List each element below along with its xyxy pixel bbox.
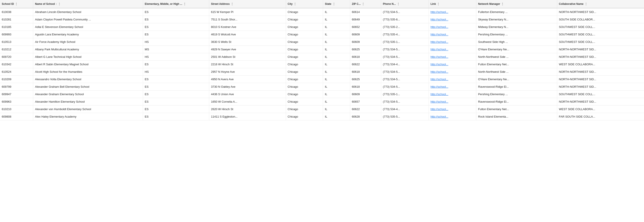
cell-link[interactable]: http://school... [428,113,476,120]
cell-city: Chicago [286,68,323,76]
cell-type: ES [143,90,209,98]
column-menu-zip[interactable]: ⋮ [362,2,365,6]
cell-phone: (773) 535-1... [381,38,428,46]
table-row[interactable]: 610210Alexander von Humboldt Elementary … [0,106,644,113]
column-header-state[interactable]: State⋮ [323,0,350,8]
column-menu-address[interactable]: ⋮ [230,2,234,6]
cell-link[interactable]: http://school... [428,83,476,90]
cell-link[interactable]: http://school... [428,53,476,61]
table-row[interactable]: 610038Abraham Lincoln Elementary SchoolE… [0,8,644,16]
cell-zip: 60618 [350,83,381,90]
cell-zip: 60609 [350,38,381,46]
column-menu-network[interactable]: ⋮ [501,2,504,6]
table-row[interactable]: 610342Albert R Sabin Elementary Magnet S… [0,61,644,68]
cell-link[interactable]: http://school... [428,16,476,23]
column-header-collab[interactable]: Collaborative Name⋮ [557,0,644,8]
cell-address: 4929 N Sawyer Ave [209,46,286,53]
column-menu-collab[interactable]: ⋮ [584,2,588,6]
column-menu-phone[interactable]: ⋮ [397,2,400,6]
cell-collab: NORTH-NORTHWEST SID... [557,83,644,90]
sort-icon-name[interactable]: ↑ [56,3,57,5]
table-row[interactable]: 610513Air Force Academy High SchoolHS363… [0,38,644,46]
cell-zip: 60649 [350,16,381,23]
cell-collab: NORTH-NORTHWEST SID... [557,53,644,61]
cell-link[interactable]: http://school... [428,23,476,31]
table-row[interactable]: 609720Albert G Lane Technical High Schoo… [0,53,644,61]
cell-network: O'Hare Elementary Ne... [476,76,557,83]
cell-link[interactable]: http://school... [428,8,476,16]
column-header-phone[interactable]: Phone N...⋮ [381,0,428,8]
column-header-city[interactable]: City⋮ [286,0,323,8]
column-header-zip[interactable]: ZIP C...⋮ [350,0,381,8]
cell-id: 610281 [0,16,33,23]
cell-collab: NORTH-NORTHWEST SID... [557,8,644,16]
cell-link[interactable]: http://school... [428,61,476,68]
cell-city: Chicago [286,98,323,106]
cell-zip: 60618 [350,68,381,76]
cell-network: Rock Island Elementa... [476,113,557,120]
cell-address: 2501 W Addison St [209,53,286,61]
cell-zip: 60618 [350,53,381,61]
table-row[interactable]: 610281Adam Clayton Powell Paideia Commun… [0,16,644,23]
column-label-network: Network Manager [478,2,500,6]
cell-type: MS [143,46,209,53]
cell-city: Chicago [286,61,323,68]
column-header-address[interactable]: Street Address⋮ [209,0,286,8]
column-menu-id[interactable]: ⋮ [15,2,18,6]
cell-id: 610209 [0,76,33,83]
cell-link[interactable]: http://school... [428,106,476,113]
cell-type: HS [143,53,209,61]
cell-name: Adlai E Stevenson Elementary School [33,23,143,31]
cell-network: Ravenswood-Ridge El... [476,83,557,90]
column-header-link[interactable]: Link⋮ [428,0,476,8]
cell-link[interactable]: http://school... [428,90,476,98]
cell-state: IL [323,83,350,90]
column-header-name[interactable]: Name of School↑⋮ [33,0,143,8]
cell-name: Alexander Hamilton Elementary School [33,98,143,106]
cell-link[interactable]: http://school... [428,31,476,38]
table-row[interactable]: 609808Alex Haley Elementary AcademyES114… [0,113,644,120]
cell-link[interactable]: http://school... [428,68,476,76]
cell-zip: 60609 [350,31,381,38]
table-row[interactable]: 610185Adlai E Stevenson Elementary Schoo… [0,23,644,31]
table-row[interactable]: 610524Alcott High School for the Humanit… [0,68,644,76]
cell-state: IL [323,76,350,83]
column-header-type[interactable]: Elementary, Middle, or High ...⋮ [143,0,209,8]
column-menu-city[interactable]: ⋮ [294,2,296,6]
cell-network: Fulton Elementary Net... [476,106,557,113]
column-label-collab: Collaborative Name [559,2,584,6]
column-menu-name[interactable]: ⋮ [58,2,61,6]
column-label-phone: Phone N... [383,2,396,6]
cell-phone: (773) 535-6... [381,16,428,23]
cell-id: 610185 [0,23,33,31]
table-row[interactable]: 609799Alexander Graham Bell Elementary S… [0,83,644,90]
table-row[interactable]: 610212Albany Park Multicultural AcademyM… [0,46,644,53]
cell-link[interactable]: http://school... [428,46,476,53]
cell-id: 609799 [0,83,33,90]
cell-zip: 60625 [350,46,381,53]
column-menu-state[interactable]: ⋮ [332,2,336,6]
table-row[interactable]: 610209Alessandro Volta Elementary School… [0,76,644,83]
cell-network: Fulton Elementary Net... [476,61,557,68]
cell-link[interactable]: http://school... [428,76,476,83]
cell-address: 7511 S South Shor... [209,16,286,23]
cell-city: Chicago [286,38,323,46]
cell-state: IL [323,61,350,68]
cell-network: Pershing Elementary ... [476,90,557,98]
column-header-network[interactable]: Network Manager⋮ [476,0,557,8]
cell-network: North-Northwest Side ... [476,53,557,61]
cell-network: O'Hare Elementary Ne... [476,46,557,53]
cell-id: 609993 [0,31,33,38]
table-row[interactable]: 609963Alexander Hamilton Elementary Scho… [0,98,644,106]
cell-state: IL [323,98,350,106]
column-menu-link[interactable]: ⋮ [437,2,440,6]
column-header-id[interactable]: School ID⋮ [0,0,33,8]
cell-address: 4619 S Wolcott Ave [209,31,286,38]
cell-id: 610038 [0,8,33,16]
column-menu-type[interactable]: ⋮ [183,2,186,6]
table-row[interactable]: 609993Agustin Lara Elementary AcademyES4… [0,31,644,38]
cell-city: Chicago [286,16,323,23]
cell-link[interactable]: http://school... [428,98,476,106]
cell-link[interactable]: http://school... [428,38,476,46]
table-row[interactable]: 609947Alexander Graham Elementary School… [0,90,644,98]
